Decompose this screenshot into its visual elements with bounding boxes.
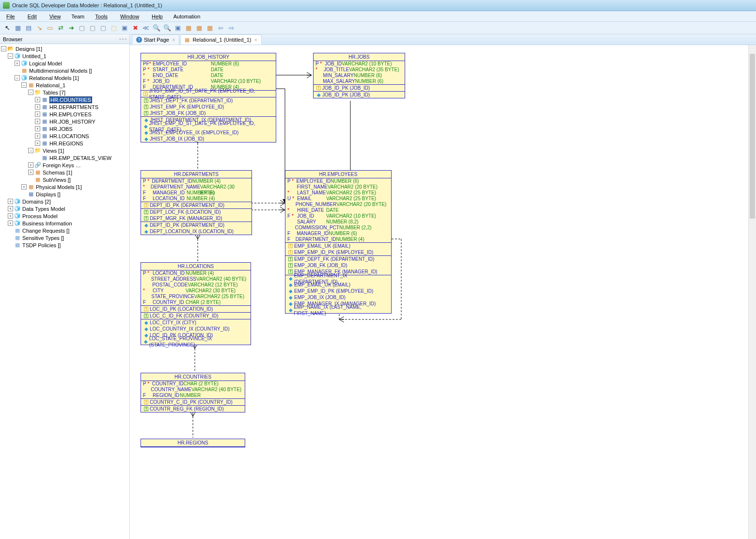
expand-icon[interactable]	[8, 228, 13, 233]
entity-countries[interactable]: HR.COUNTRIESP *COUNTRY_IDCHAR (2 BYTE) C…	[141, 373, 245, 412]
tool-fk-icon[interactable]: ↘	[35, 24, 44, 32]
tree-node[interactable]: +▦HR.LOCATIONS	[0, 132, 129, 140]
tree-node[interactable]: ▦SubViews []	[0, 176, 129, 183]
expand-icon[interactable]: −	[1, 46, 6, 51]
expand-icon[interactable]: +	[35, 141, 40, 146]
tree-node[interactable]: +🧊Domains [2]	[0, 198, 129, 205]
panel-restore-icon[interactable]: ▫	[122, 36, 124, 42]
menu-automation[interactable]: Automation	[172, 13, 203, 20]
tree-node[interactable]: +▦Physical Models [1]	[0, 183, 129, 190]
tool-engineer-icon[interactable]: ⇄	[56, 24, 65, 32]
diagram-canvas[interactable]: HR.JOB_HISTORYPF*EMPLOYEE_IDNUMBER (6)P …	[130, 45, 756, 539]
scrollbar-thumb[interactable]	[750, 54, 755, 219]
expand-icon[interactable]: +	[35, 126, 40, 131]
tool-note-icon[interactable]: ▭	[46, 24, 54, 32]
expand-icon[interactable]: +	[8, 221, 13, 226]
tree-node[interactable]: +▦HR.DEPARTMENTS	[0, 103, 129, 111]
tool-zoom-minus-icon[interactable]: 🔍	[163, 24, 172, 32]
tool-box2-icon[interactable]: ▢	[88, 24, 97, 32]
expand-icon[interactable]: +	[8, 213, 13, 219]
expand-icon[interactable]: −	[15, 75, 20, 80]
tree-node[interactable]: +▦HR.EMPLOYEES	[0, 111, 129, 118]
menu-view[interactable]: View	[46, 13, 65, 20]
expand-icon[interactable]: +	[21, 184, 27, 190]
expand-icon[interactable]: +	[35, 119, 40, 124]
tree-node[interactable]: ▦TSDP Policies []	[0, 241, 129, 249]
expand-icon[interactable]: +	[35, 111, 40, 117]
expand-icon[interactable]: +	[8, 206, 13, 211]
menu-window[interactable]: Window	[116, 13, 143, 20]
tool-back-icon[interactable]: ⇦	[216, 24, 225, 32]
tool-forward-icon[interactable]: ⇨	[227, 24, 236, 32]
tool-zoom-plus-icon[interactable]: 🔍	[152, 24, 161, 32]
tool-delete-icon[interactable]: ✖	[131, 24, 140, 32]
tool-fit-icon[interactable]: ▣	[173, 24, 182, 32]
expand-icon[interactable]	[28, 177, 33, 182]
expand-icon[interactable]: +	[8, 199, 13, 204]
tool-table-icon[interactable]: ▦	[14, 24, 22, 32]
tool-box1-icon[interactable]: ▢	[78, 24, 86, 32]
tree-node[interactable]: −📂Designs [1]	[0, 45, 129, 52]
expand-icon[interactable]: +	[35, 104, 40, 110]
tree-node[interactable]: +🧊Process Model	[0, 212, 129, 220]
tree-node[interactable]: −🧊Relational Models [1]	[0, 74, 129, 81]
browser-tree[interactable]: −📂Designs [1]−🧊Untitled_1+🧊Logical Model…	[0, 44, 129, 539]
entity-jobs[interactable]: HR.JOBSP *JOB_IDVARCHAR2 (10 BYTE) *JOB_…	[313, 53, 405, 98]
tool-pointer-icon[interactable]: ↖	[3, 24, 12, 32]
tab-relational[interactable]: ▦ Relational_1 (Untitled_1) ×	[180, 34, 262, 45]
tree-node[interactable]: +▦HR.COUNTRIES	[0, 96, 129, 103]
tree-node[interactable]: +🧊Logical Model	[0, 60, 129, 67]
tool-layout2-icon[interactable]: ▦	[195, 24, 204, 32]
tool-image-icon[interactable]: ▣	[120, 24, 129, 32]
entity-employees[interactable]: HR.EMPLOYEESP *EMPLOYEE_IDNUMBER (6) FIR…	[285, 170, 392, 314]
tree-node[interactable]: +🧊Data Types Model	[0, 205, 129, 212]
tree-node[interactable]: ▦Sensitive Types []	[0, 234, 129, 241]
menu-file[interactable]: File	[2, 13, 19, 20]
expand-icon[interactable]: −	[28, 90, 33, 95]
tree-node[interactable]: +▦HR.REGIONS	[0, 140, 129, 147]
expand-icon[interactable]: +	[28, 170, 33, 175]
tree-node[interactable]: +🔗Foreign Keys …	[0, 161, 129, 169]
tree-node[interactable]: +▦HR.JOBS	[0, 125, 129, 132]
expand-icon[interactable]	[8, 235, 13, 240]
entity-locations[interactable]: HR.LOCATIONSP *LOCATION_IDNUMBER (4) STR…	[141, 262, 251, 345]
entity-job-history[interactable]: HR.JOB_HISTORYPF*EMPLOYEE_IDNUMBER (6)P …	[141, 53, 276, 143]
tree-node[interactable]: −🧊Untitled_1	[0, 52, 129, 60]
entity-regions[interactable]: HR.REGIONS	[141, 439, 245, 447]
tool-view-icon[interactable]: ▤	[24, 24, 33, 32]
close-icon[interactable]: ×	[254, 37, 257, 43]
tool-layout3-icon[interactable]: ▦	[205, 24, 214, 32]
tree-node[interactable]: −📁Views [1]	[0, 147, 129, 154]
expand-icon[interactable]: +	[28, 162, 33, 168]
expand-icon[interactable]	[15, 68, 20, 73]
panel-minimize-icon[interactable]: ▫	[119, 36, 121, 42]
tool-new-icon[interactable]: ▢	[110, 24, 118, 32]
expand-icon[interactable]: +	[35, 133, 40, 139]
menu-tools[interactable]: Tools	[91, 13, 111, 20]
expand-icon[interactable]	[8, 242, 13, 248]
panel-close-icon[interactable]: ▫	[125, 36, 126, 42]
vertical-scrollbar[interactable]	[748, 45, 756, 539]
tree-node[interactable]: ▦Displays []	[0, 190, 129, 198]
tab-start-page[interactable]: ? Start Page ×	[132, 34, 179, 45]
close-icon[interactable]: ×	[172, 37, 175, 43]
tree-node[interactable]: ▦Change Requests []	[0, 227, 129, 234]
tree-node[interactable]: +▦HR.JOB_HISTORY	[0, 118, 129, 125]
tool-arrow-right-icon[interactable]: ➔	[67, 24, 76, 32]
entity-departments[interactable]: HR.DEPARTMENTSP *DEPARTMENT_IDNUMBER (4)…	[141, 170, 252, 235]
tree-node[interactable]: +🧊Business Information	[0, 220, 129, 227]
menu-edit[interactable]: Edit	[24, 13, 41, 20]
menu-help[interactable]: Help	[148, 13, 167, 20]
tree-node[interactable]: +▦Schemas [1]	[0, 169, 129, 176]
expand-icon[interactable]: −	[21, 82, 27, 88]
expand-icon[interactable]	[21, 191, 27, 197]
expand-icon[interactable]: −	[8, 53, 13, 59]
expand-icon[interactable]	[35, 155, 40, 160]
tool-box3-icon[interactable]: ▢	[99, 24, 108, 32]
tree-node[interactable]: ▦Multidimensional Models []	[0, 67, 129, 74]
menu-team[interactable]: Team	[69, 13, 86, 20]
tree-node[interactable]: −▦Relational_1	[0, 81, 129, 89]
tool-zoom-in-icon[interactable]: ≪	[142, 24, 150, 32]
expand-icon[interactable]: −	[28, 148, 33, 153]
expand-icon[interactable]: +	[35, 97, 40, 102]
